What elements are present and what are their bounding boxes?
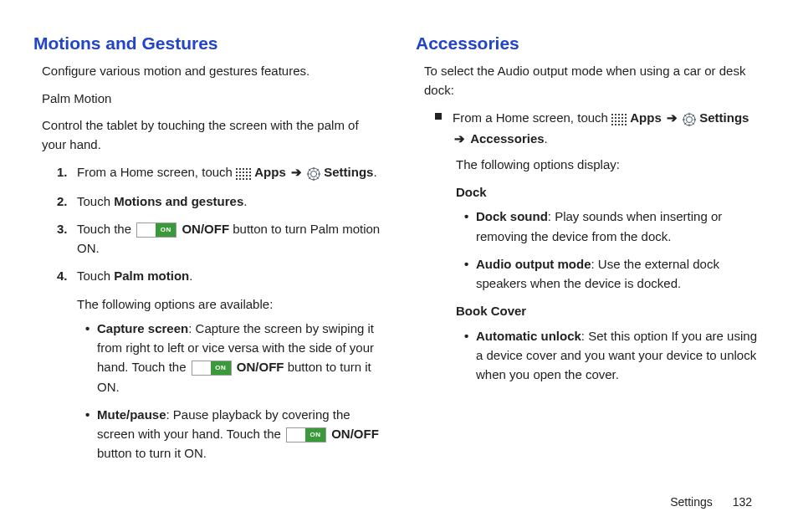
svg-rect-0	[236, 168, 238, 170]
svg-rect-40	[625, 117, 627, 119]
svg-rect-9	[249, 171, 251, 173]
step3-onoff: ON/OFF	[182, 222, 229, 236]
svg-rect-15	[236, 178, 238, 180]
switch-on-label: ON	[211, 361, 231, 375]
heading-accessories: Accessories	[416, 33, 765, 54]
svg-rect-38	[618, 117, 620, 119]
on-off-switch-icon: ON	[286, 427, 326, 442]
step-4: Touch Palm motion. The following options…	[57, 266, 382, 463]
svg-rect-10	[236, 175, 238, 176]
switch-on-label: ON	[156, 223, 176, 237]
book-cover-options: Automatic unlock: Set this option If you…	[456, 326, 765, 385]
svg-rect-16	[239, 178, 241, 180]
svg-rect-14	[249, 175, 251, 176]
svg-rect-19	[249, 178, 251, 180]
b1-label: Capture screen	[97, 321, 188, 335]
apps-icon	[611, 109, 627, 128]
svg-rect-35	[625, 114, 627, 115]
left-column: Motions and Gestures Configure various m…	[33, 33, 382, 472]
step4-bold: Palm motion	[114, 269, 189, 283]
settings-icon	[683, 109, 696, 128]
svg-rect-34	[622, 114, 623, 115]
svg-rect-48	[618, 124, 620, 125]
svg-rect-13	[246, 175, 248, 176]
acc-intro: To select the Audio output mode when usi…	[424, 62, 765, 100]
b1-onoff: ON/OFF	[237, 360, 284, 374]
dock-options: Dock sound: Play sounds when inserting o…	[456, 207, 765, 293]
b2-text-b: button to turn it ON.	[97, 446, 207, 460]
svg-rect-1	[239, 168, 241, 170]
d2-label: Audio output mode	[476, 257, 591, 271]
right-column: Accessories To select the Audio output m…	[416, 33, 765, 472]
svg-rect-12	[243, 175, 244, 176]
page-footer: Settings 132	[670, 495, 752, 509]
arrow-icon: ➔	[454, 131, 465, 146]
intro-text-3: Control the tablet by touching the scree…	[42, 116, 382, 154]
square-content: From a Home screen, touch Apps ➔ Setting…	[453, 108, 765, 148]
intro-text-1: Configure various motion and gestures fe…	[42, 62, 382, 81]
svg-rect-7	[243, 171, 244, 173]
step2-text-a: Touch	[77, 194, 114, 208]
svg-rect-33	[618, 114, 620, 115]
square-bullet-icon	[434, 108, 442, 123]
svg-point-21	[311, 171, 317, 177]
option-capture-screen: Capture screen: Capture the screen by sw…	[85, 319, 382, 396]
svg-rect-4	[249, 168, 251, 170]
switch-on-label: ON	[305, 428, 325, 442]
dock-heading: Dock	[456, 182, 765, 202]
step1-apps-label: Apps	[254, 165, 286, 179]
svg-rect-41	[611, 120, 613, 122]
svg-point-52	[687, 117, 693, 123]
svg-rect-37	[615, 117, 616, 119]
svg-rect-43	[618, 120, 620, 122]
palm-options-list: Capture screen: Capture the screen by sw…	[77, 319, 382, 463]
step-2: Touch Motions and gestures.	[57, 192, 382, 211]
svg-rect-3	[246, 168, 248, 170]
arrow-icon: ➔	[667, 110, 678, 125]
arrow-icon: ➔	[291, 165, 302, 179]
svg-rect-5	[236, 171, 238, 173]
step4-text-a: Touch	[77, 269, 114, 283]
option-auto-unlock: Automatic unlock: Set this option If you…	[464, 326, 765, 385]
svg-rect-6	[239, 171, 241, 173]
svg-rect-47	[615, 124, 616, 125]
step-1: From a Home screen, touch Apps ➔ Setting…	[57, 162, 382, 183]
option-dock-sound: Dock sound: Play sounds when inserting o…	[464, 207, 765, 246]
svg-rect-46	[611, 124, 613, 125]
steps-list: From a Home screen, touch Apps ➔ Setting…	[33, 162, 382, 463]
svg-rect-2	[243, 168, 244, 170]
svg-rect-50	[625, 124, 627, 125]
follow-text: The following options display:	[456, 155, 765, 174]
svg-rect-36	[611, 117, 613, 119]
accessories-details: The following options display: Dock Dock…	[416, 155, 765, 385]
book-cover-heading: Book Cover	[456, 301, 765, 320]
step3-text-a: Touch the	[77, 222, 135, 236]
step2-bold: Motions and gestures	[114, 194, 243, 208]
svg-rect-11	[239, 175, 241, 176]
svg-rect-18	[246, 178, 248, 180]
step1-settings-label: Settings	[324, 165, 373, 179]
sq-settings-label: Settings	[699, 110, 749, 125]
svg-rect-44	[622, 120, 623, 122]
apps-icon	[236, 163, 251, 182]
sq-text-a: From a Home screen, touch	[453, 110, 611, 125]
page-body: Motions and Gestures Configure various m…	[0, 0, 798, 489]
sq-acc-label: Accessories	[470, 131, 544, 146]
svg-rect-49	[622, 124, 623, 125]
footer-section-label: Settings	[670, 495, 713, 509]
on-off-switch-icon: ON	[136, 223, 176, 238]
svg-rect-30	[435, 113, 442, 120]
b2-label: Mute/pause	[97, 407, 166, 422]
step1-text-a: From a Home screen, touch	[77, 165, 236, 179]
heading-motions: Motions and Gestures	[33, 33, 382, 54]
svg-rect-39	[622, 117, 623, 119]
intro-text-2: Palm Motion	[42, 90, 382, 109]
option-mute-pause: Mute/pause: Pause playback by covering t…	[85, 405, 382, 463]
step4-follow: The following options are available:	[77, 294, 382, 314]
sq-apps-label: Apps	[630, 110, 662, 125]
step-3: Touch the ON ON/OFF button to turn Palm …	[57, 219, 382, 258]
option-audio-output: Audio output mode: Use the external dock…	[464, 254, 765, 294]
d1-label: Dock sound	[476, 209, 548, 223]
footer-page-number: 132	[733, 495, 752, 509]
settings-icon	[307, 163, 320, 182]
